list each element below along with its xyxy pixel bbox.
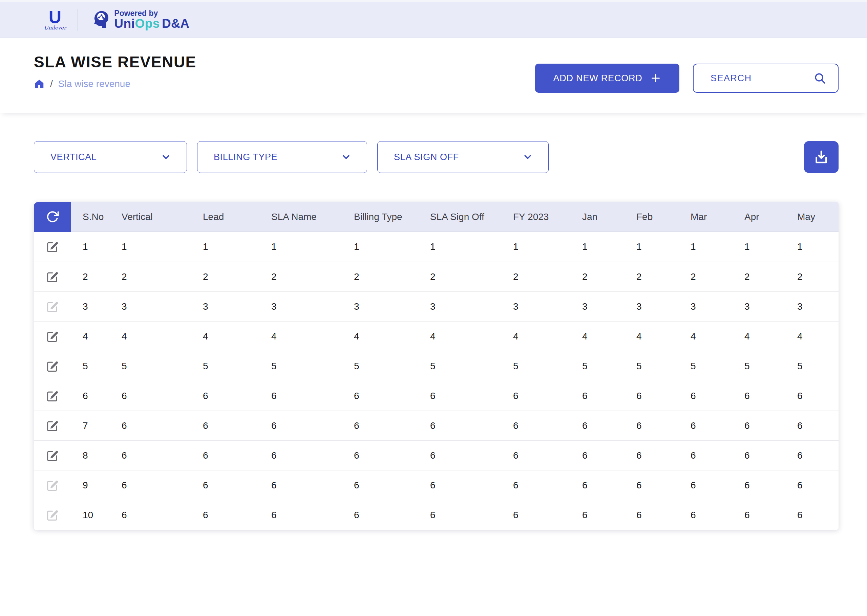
filter-sla-sign-off[interactable]: SLA SIGN OFF <box>377 141 549 173</box>
table-row: 966666666666 <box>34 470 839 500</box>
table-cell: 2 <box>502 272 571 282</box>
table-cell: 2 <box>191 272 260 282</box>
table-cell: 1 <box>733 241 786 252</box>
edit-row-button[interactable] <box>46 330 59 343</box>
table-cell: 3 <box>733 301 786 312</box>
edit-icon <box>46 240 59 253</box>
table-body: 111111111111 222222222222 333333333333 4… <box>34 232 839 530</box>
edit-cell <box>34 500 71 530</box>
table-cell: 2 <box>733 272 786 282</box>
edit-icon <box>46 270 59 284</box>
edit-row-button <box>46 300 59 313</box>
uniops-wordmark: Powered by UniOpsD&A <box>114 9 189 30</box>
table-cell: 6 <box>502 391 571 401</box>
table-row: 444444444444 <box>34 321 839 351</box>
table-cell: 4 <box>786 331 839 342</box>
breadcrumb: / Sla wise revenue <box>34 79 197 90</box>
column-header: Jan <box>571 212 625 222</box>
download-button[interactable] <box>804 141 839 173</box>
table-cell: 6 <box>679 420 733 431</box>
search-box <box>693 64 839 93</box>
table-cell: 3 <box>786 301 839 312</box>
refresh-button[interactable] <box>34 202 71 232</box>
search-icon[interactable] <box>814 72 826 85</box>
edit-cell <box>34 441 71 470</box>
uniops-head-icon <box>90 10 109 30</box>
table-cell: 6 <box>625 391 679 401</box>
table-cell: 2 <box>342 272 419 282</box>
edit-row-button[interactable] <box>46 449 59 462</box>
top-brand-bar: U Unilever Powered by UniOpsD&A <box>0 0 867 38</box>
table-cell: 6 <box>260 510 342 520</box>
table-cell: 3 <box>419 301 502 312</box>
table-cell: 6 <box>502 420 571 431</box>
table-cell: 6 <box>571 450 625 461</box>
add-new-record-button[interactable]: ADD NEW RECORD <box>535 64 680 93</box>
search-input[interactable] <box>711 73 807 83</box>
table-cell: 6 <box>786 450 839 461</box>
table-cell: 4 <box>733 331 786 342</box>
table-cell: 6 <box>733 420 786 431</box>
chevron-down-icon <box>522 151 533 163</box>
brand-divider <box>77 9 78 31</box>
table-cell: 7 <box>71 420 110 431</box>
edit-row-button[interactable] <box>46 389 59 403</box>
table-row: 1066666666666 <box>34 500 839 530</box>
home-icon[interactable] <box>34 79 45 90</box>
uniops-dna-text: UniOpsD&A <box>114 17 189 30</box>
table-cell: 5 <box>342 361 419 372</box>
table-cell: 1 <box>571 241 625 252</box>
edit-cell <box>34 470 71 500</box>
column-header: S.No <box>71 212 110 222</box>
chevron-down-icon <box>340 151 352 163</box>
edit-icon <box>46 389 59 403</box>
edit-row-button[interactable] <box>46 360 59 373</box>
table-cell: 6 <box>679 391 733 401</box>
table-cell: 5 <box>71 361 110 372</box>
table-cell: 8 <box>71 450 110 461</box>
table-cell: 4 <box>110 331 191 342</box>
table-cell: 6 <box>679 480 733 491</box>
edit-cell <box>34 262 71 291</box>
edit-icon <box>46 360 59 373</box>
table-cell: 6 <box>625 420 679 431</box>
filter-vertical-label: VERTICAL <box>50 152 96 162</box>
column-header: Feb <box>625 212 679 222</box>
table-cell: 1 <box>625 241 679 252</box>
table-cell: 6 <box>571 391 625 401</box>
edit-cell <box>34 232 71 262</box>
table-cell: 2 <box>571 272 625 282</box>
table-cell: 6 <box>110 391 191 401</box>
table-header-row: S.NoVerticalLeadSLA NameBilling TypeSLA … <box>34 202 839 232</box>
filter-vertical[interactable]: VERTICAL <box>34 141 187 173</box>
table-cell: 2 <box>260 272 342 282</box>
column-header: Billing Type <box>342 212 419 222</box>
table-cell: 3 <box>342 301 419 312</box>
table-cell: 6 <box>342 420 419 431</box>
edit-cell <box>34 292 71 321</box>
edit-icon <box>46 330 59 343</box>
table-cell: 3 <box>502 301 571 312</box>
table-cell: 4 <box>679 331 733 342</box>
table-cell: 3 <box>110 301 191 312</box>
edit-row-button <box>46 508 59 522</box>
edit-row-button[interactable] <box>46 240 59 253</box>
filter-billing-type[interactable]: BILLING TYPE <box>197 141 367 173</box>
table-cell: 4 <box>260 331 342 342</box>
table-cell: 1 <box>502 241 571 252</box>
plus-icon <box>650 72 661 84</box>
table-row: 222222222222 <box>34 262 839 291</box>
table-cell: 6 <box>260 450 342 461</box>
table-cell: 1 <box>679 241 733 252</box>
table-cell: 6 <box>419 510 502 520</box>
table-cell: 2 <box>110 272 191 282</box>
table-cell: 3 <box>191 301 260 312</box>
table-cell: 5 <box>733 361 786 372</box>
table-cell: 6 <box>625 480 679 491</box>
table-cell: 6 <box>571 510 625 520</box>
download-icon <box>813 149 829 165</box>
table-cell: 6 <box>191 510 260 520</box>
title-block: SLA WISE REVENUE / Sla wise revenue <box>34 53 197 90</box>
edit-row-button[interactable] <box>46 270 59 284</box>
edit-row-button[interactable] <box>46 419 59 432</box>
